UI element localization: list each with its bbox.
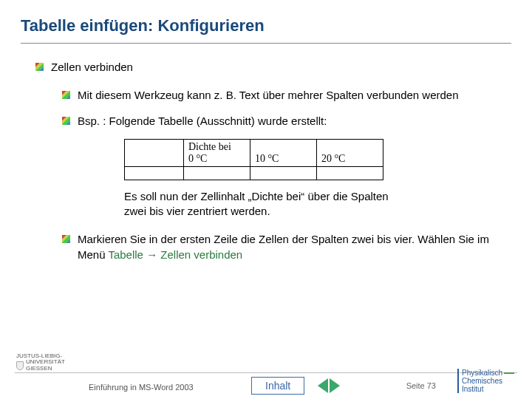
bullet-text: Zellen verbinden <box>51 60 133 75</box>
slide-footer: JUSTUS-LIEBIG- UNIVERSITÄT GIESSEN Einfü… <box>0 346 532 399</box>
bullet-icon <box>35 63 44 71</box>
logo-line: Physikalisch <box>462 369 502 377</box>
table-row <box>125 166 383 180</box>
lecture-name: Einführung in MS-Word 2003 <box>89 383 194 392</box>
bullet-level1: Zellen verbinden <box>35 60 511 75</box>
cell-text: 10 °C <box>255 153 279 164</box>
bullet-text: Mit diesem Werkzeug kann z. B. Text über… <box>78 88 459 103</box>
university-logo: JUSTUS-LIEBIG- UNIVERSITÄT GIESSEN <box>16 353 65 372</box>
bullet-icon <box>62 235 70 243</box>
arrow-icon: → <box>143 248 160 261</box>
table-row: Dichte bei 0 °C 10 °C 20 °C <box>125 139 383 166</box>
menu-ref: Zellen verbinden <box>160 248 242 261</box>
cell-text: Dichte bei <box>188 141 231 152</box>
page-number: Seite 73 <box>406 381 436 390</box>
next-slide-button[interactable] <box>330 378 340 393</box>
bullet-icon <box>62 117 70 125</box>
menu-ref: Tabelle <box>108 248 143 261</box>
cell-text: 20 °C <box>321 153 345 164</box>
footer-divider <box>15 372 517 373</box>
note-text: Es soll nun der Zellinhalt „Dichte bei“ … <box>124 189 405 219</box>
bullet-icon <box>62 91 70 99</box>
title-divider <box>21 43 511 44</box>
bullet-level2: Markieren Sie in der ersten Zeile die Ze… <box>62 232 511 262</box>
nav-arrows <box>318 378 340 393</box>
contents-button[interactable]: Inhalt <box>251 377 304 395</box>
bullet-text: Bsp. : Folgende Tabelle (Ausschnitt) wur… <box>78 114 327 129</box>
shield-icon <box>16 361 24 370</box>
cell-text: 0 °C <box>188 153 207 164</box>
logo-line: GIESSEN <box>26 365 52 372</box>
example-table: Dichte bei 0 °C 10 °C 20 °C <box>124 139 511 180</box>
logo-line: Institut <box>462 385 483 393</box>
logo-line: Chemisches <box>462 377 502 385</box>
prev-slide-button[interactable] <box>318 378 328 393</box>
slide-title: Tabelle einfügen: Konfigurieren <box>21 16 511 35</box>
institute-logo: Physikalisch Chemisches Institut <box>457 369 516 393</box>
logo-line: UNIVERSITÄT <box>26 358 65 365</box>
bullet-level2: Mit diesem Werkzeug kann z. B. Text über… <box>62 88 511 103</box>
dash-icon <box>504 372 514 374</box>
bullet-level2: Bsp. : Folgende Tabelle (Ausschnitt) wur… <box>62 114 511 129</box>
bullet-text: Markieren Sie in der ersten Zeile die Ze… <box>78 232 511 262</box>
